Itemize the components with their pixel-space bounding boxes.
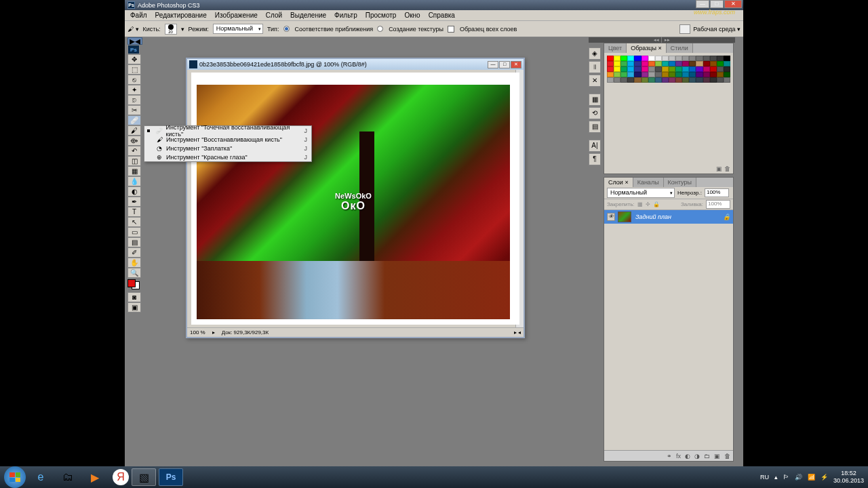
canvas-area[interactable]: NeWsOkO OкO: [191, 73, 519, 325]
info-icon[interactable]: ✕: [589, 75, 601, 87]
menu-select[interactable]: Выделение: [286, 12, 330, 19]
menu-window[interactable]: Окно: [400, 12, 424, 19]
taskbar-photoshop[interactable]: Ps: [159, 468, 183, 486]
stamp-tool[interactable]: ⟴: [127, 136, 141, 146]
eyedropper-tool[interactable]: ✐: [127, 247, 141, 258]
link-layers-icon[interactable]: ⚭: [667, 453, 672, 460]
taskbar-explorer[interactable]: 🗂: [56, 468, 80, 486]
pen-tool[interactable]: ✒: [127, 197, 141, 207]
taskbar-yandex[interactable]: Я: [113, 469, 129, 485]
tool-indicator-icon[interactable]: 🖌 ▾: [127, 26, 139, 33]
swatch[interactable]: [648, 61, 655, 66]
swatch[interactable]: [724, 72, 730, 77]
gradient-tool[interactable]: ▦: [127, 166, 141, 176]
swatch[interactable]: [675, 72, 682, 77]
swatch[interactable]: [682, 77, 689, 83]
swatch[interactable]: [696, 66, 703, 72]
menu-layer[interactable]: Слой: [262, 12, 286, 19]
swatch[interactable]: [717, 77, 724, 83]
lasso-tool[interactable]: ⎋: [127, 75, 141, 85]
swatch[interactable]: [669, 72, 675, 77]
tab-swatches[interactable]: Образцы ×: [627, 43, 667, 53]
swatch[interactable]: [662, 72, 669, 77]
mode-dropdown[interactable]: Нормальный: [213, 24, 263, 34]
minimize-button[interactable]: —: [696, 0, 709, 8]
tab-styles[interactable]: Стили: [667, 43, 693, 53]
swatch[interactable]: [655, 66, 662, 72]
swatch[interactable]: [703, 61, 710, 66]
panel-collapse-bar[interactable]: ◂◂ │ ▸▸: [589, 37, 735, 43]
new-layer-icon[interactable]: ▣: [714, 453, 720, 460]
eraser-tool[interactable]: ◫: [127, 156, 141, 166]
lock-all-icon[interactable]: 🔒: [653, 201, 660, 207]
menu-file[interactable]: Файл: [126, 12, 151, 19]
tray-lang[interactable]: RU: [760, 474, 769, 481]
swatch[interactable]: [607, 56, 614, 61]
character-icon[interactable]: A|: [589, 140, 601, 152]
lock-position-icon[interactable]: ✢: [646, 201, 650, 207]
swatch[interactable]: [620, 56, 627, 61]
maximize-button[interactable]: □: [710, 0, 724, 8]
swatch[interactable]: [724, 56, 730, 61]
swatch[interactable]: [689, 61, 696, 66]
hand-tool[interactable]: ✋: [127, 258, 141, 268]
swatch[interactable]: [703, 77, 710, 83]
swatch[interactable]: [689, 56, 696, 61]
swatch[interactable]: [642, 61, 648, 66]
path-tool[interactable]: ↖: [127, 217, 141, 227]
taskbar-ie[interactable]: e: [28, 468, 53, 486]
adjustment-layer-icon[interactable]: ◑: [694, 453, 700, 460]
taskbar-wmp[interactable]: ▶: [83, 468, 107, 486]
swatch[interactable]: [675, 56, 682, 61]
swatch[interactable]: [696, 72, 703, 77]
history-brush-tool[interactable]: ↶: [127, 146, 141, 156]
tab-channels[interactable]: Каналы: [633, 178, 664, 187]
workspace-switcher[interactable]: Рабочая среда ▾: [693, 26, 741, 33]
swatch[interactable]: [627, 66, 634, 72]
swatch[interactable]: [662, 56, 669, 61]
crop-tool[interactable]: ⟄: [127, 95, 141, 105]
swatch[interactable]: [682, 61, 689, 66]
layer-mask-icon[interactable]: ◐: [685, 453, 690, 460]
swatch[interactable]: [614, 66, 620, 72]
swatch[interactable]: [717, 61, 724, 66]
menu-view[interactable]: Просмотр: [361, 12, 401, 19]
color-swatches[interactable]: [127, 279, 140, 289]
swatch[interactable]: [620, 61, 627, 66]
opacity-input[interactable]: 100%: [705, 188, 729, 197]
menu-image[interactable]: Изображение: [211, 12, 262, 19]
move-tool[interactable]: ✥: [127, 54, 141, 64]
swatch[interactable]: [648, 77, 655, 83]
swatch[interactable]: [614, 61, 620, 66]
swatch[interactable]: [655, 77, 662, 83]
swatch[interactable]: [669, 61, 675, 66]
zoom-tool[interactable]: 🔍: [127, 268, 141, 278]
lock-pixels-icon[interactable]: ▦: [637, 201, 643, 207]
swatch[interactable]: [696, 77, 703, 83]
swatch[interactable]: [607, 77, 614, 83]
swatch[interactable]: [669, 77, 675, 83]
marquee-tool[interactable]: ⬚: [127, 64, 141, 75]
navigator-icon[interactable]: ◈: [589, 47, 601, 60]
swatch[interactable]: [710, 61, 717, 66]
zoom-level[interactable]: 100 %: [190, 329, 205, 336]
swatch[interactable]: [620, 77, 627, 83]
swatch[interactable]: [703, 56, 710, 61]
swatch[interactable]: [682, 72, 689, 77]
swatch[interactable]: [648, 66, 655, 72]
tray-arrow-icon[interactable]: ▴: [774, 474, 778, 481]
tab-color[interactable]: Цвет: [604, 43, 627, 53]
layer-background[interactable]: 👁 Задний план 🔒: [604, 210, 733, 224]
tray-clock[interactable]: 18:52 30.06.2013: [833, 470, 864, 485]
actions-icon[interactable]: ▦: [589, 94, 601, 106]
swatch[interactable]: [620, 72, 627, 77]
swatch[interactable]: [642, 66, 648, 72]
swatch[interactable]: [642, 77, 648, 83]
swatch[interactable]: [627, 61, 634, 66]
swatch[interactable]: [607, 72, 614, 77]
workspace-icon[interactable]: [679, 24, 690, 34]
tray-flag-icon[interactable]: 🏳: [783, 474, 789, 481]
quickmask-tool[interactable]: ◙: [127, 292, 141, 302]
swatch[interactable]: [710, 66, 717, 72]
swatch[interactable]: [634, 72, 641, 77]
